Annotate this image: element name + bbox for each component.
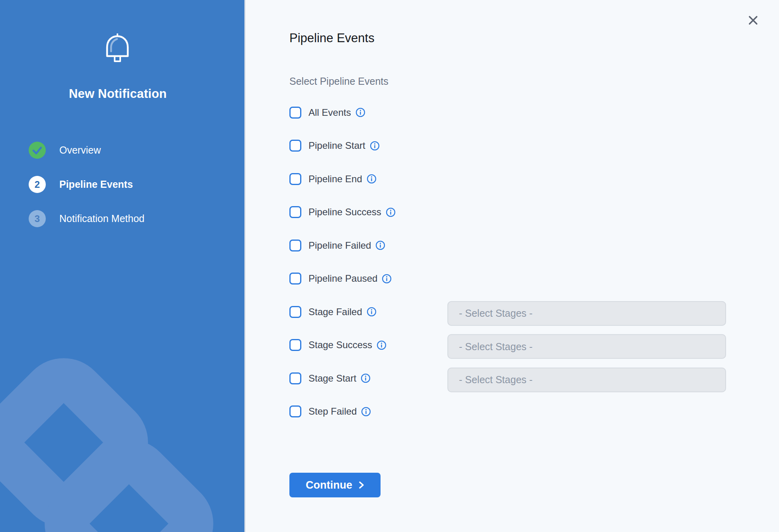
event-row-stage-failed: Stage Failed - Select Stages - xyxy=(289,295,727,329)
event-row-pipeline-end: Pipeline End xyxy=(289,162,727,196)
stage-select[interactable]: - Select Stages - xyxy=(447,367,726,392)
event-label[interactable]: Pipeline Start xyxy=(308,140,365,151)
close-icon xyxy=(747,21,759,27)
event-label[interactable]: Stage Failed xyxy=(308,306,362,318)
bell-icon xyxy=(105,33,130,64)
checkbox[interactable] xyxy=(289,405,301,417)
event-label[interactable]: Pipeline Paused xyxy=(308,273,377,284)
panel-subtitle: Select Pipeline Events xyxy=(289,76,389,87)
step-label: Pipeline Events xyxy=(59,179,133,190)
event-row-all-events: All Events xyxy=(289,96,727,129)
stage-select-placeholder: - Select Stages - xyxy=(459,341,533,352)
step-number: 2 xyxy=(35,179,40,190)
event-label[interactable]: Stage Start xyxy=(308,373,356,384)
event-row-pipeline-success: Pipeline Success xyxy=(289,196,727,229)
checkbox[interactable] xyxy=(289,140,301,152)
event-row-stage-success: Stage Success - Select Stages - xyxy=(289,329,727,362)
checkbox[interactable] xyxy=(289,339,301,351)
panel: Pipeline Events Select Pipeline Events A… xyxy=(246,0,779,532)
event-row-pipeline-failed: Pipeline Failed xyxy=(289,229,727,262)
info-icon[interactable] xyxy=(386,207,396,217)
step-item-pipeline-events[interactable]: 2 Pipeline Events xyxy=(29,176,144,193)
checkbox[interactable] xyxy=(289,173,301,185)
checkbox[interactable] xyxy=(289,372,301,384)
new-notification-modal: New Notification Overview 2 Pipeline Eve… xyxy=(0,0,779,532)
info-icon[interactable] xyxy=(377,340,387,350)
checkbox[interactable] xyxy=(289,306,301,318)
event-label[interactable]: Pipeline End xyxy=(308,173,362,185)
event-label[interactable]: All Events xyxy=(308,107,351,118)
checkbox[interactable] xyxy=(289,240,301,251)
stage-select-placeholder: - Select Stages - xyxy=(459,374,533,386)
event-label[interactable]: Pipeline Success xyxy=(308,207,381,218)
info-icon[interactable] xyxy=(382,274,392,284)
continue-label: Continue xyxy=(306,479,352,491)
event-row-pipeline-paused: Pipeline Paused xyxy=(289,262,727,296)
sidebar: New Notification Overview 2 Pipeline Eve… xyxy=(0,0,246,532)
step-label: Overview xyxy=(59,144,101,156)
checkbox[interactable] xyxy=(289,206,301,218)
event-row-stage-start: Stage Start - Select Stages - xyxy=(289,362,727,395)
panel-title: Pipeline Events xyxy=(289,31,375,45)
continue-button[interactable]: Continue xyxy=(289,473,381,497)
stage-select-placeholder: - Select Stages - xyxy=(459,308,533,319)
event-label[interactable]: Pipeline Failed xyxy=(308,240,371,251)
info-icon[interactable] xyxy=(355,107,365,117)
event-label[interactable]: Step Failed xyxy=(308,406,357,417)
checkbox[interactable] xyxy=(289,107,301,119)
step-badge xyxy=(29,142,46,159)
sidebar-title: New Notification xyxy=(0,87,236,101)
step-item-notification-method[interactable]: 3 Notification Method xyxy=(29,210,144,227)
event-list: All Events Pipeline Start Pipeline End xyxy=(289,96,727,428)
info-icon[interactable] xyxy=(370,141,380,151)
info-icon[interactable] xyxy=(361,373,371,383)
info-icon[interactable] xyxy=(361,407,371,417)
checkbox[interactable] xyxy=(289,273,301,285)
step-label: Notification Method xyxy=(59,213,144,224)
stage-select[interactable]: - Select Stages - xyxy=(447,334,726,359)
event-row-step-failed: Step Failed xyxy=(289,395,727,429)
info-icon[interactable] xyxy=(367,307,377,317)
chevron-right-icon xyxy=(358,481,364,489)
close-button[interactable] xyxy=(747,14,759,26)
event-label[interactable]: Stage Success xyxy=(308,339,372,351)
step-badge: 3 xyxy=(29,210,46,227)
step-badge: 2 xyxy=(29,176,46,193)
step-item-overview[interactable]: Overview xyxy=(29,142,144,159)
check-icon xyxy=(29,142,46,159)
step-number: 3 xyxy=(35,213,40,224)
stage-select[interactable]: - Select Stages - xyxy=(447,301,726,325)
event-row-pipeline-start: Pipeline Start xyxy=(289,129,727,163)
info-icon[interactable] xyxy=(367,174,377,184)
info-icon[interactable] xyxy=(375,240,385,250)
step-list: Overview 2 Pipeline Events 3 Notificatio… xyxy=(29,142,144,227)
